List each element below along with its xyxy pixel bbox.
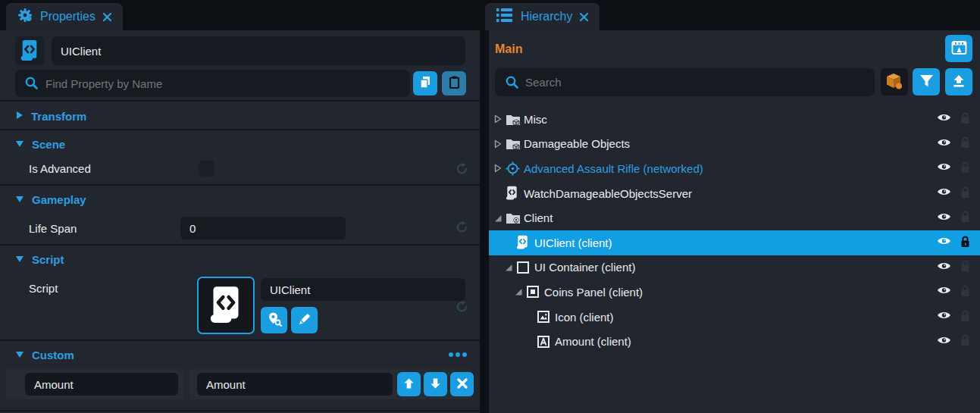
reset-icon[interactable] [455, 161, 469, 179]
ellipsis-menu-icon[interactable] [448, 347, 468, 361]
section-scene-header[interactable]: Scene [0, 132, 480, 156]
lock-icon[interactable] [960, 136, 971, 152]
expand-expanded-icon[interactable] [504, 263, 516, 272]
is-advanced-checkbox[interactable] [199, 161, 214, 177]
tree-item-label: Coins Panel (client) [544, 286, 643, 299]
section-script-header[interactable]: Script [0, 247, 480, 271]
life-span-input[interactable] [180, 217, 346, 239]
lock-icon[interactable] [960, 284, 971, 300]
x-icon [457, 378, 468, 391]
crosshair-icon [506, 161, 522, 176]
visibility-eye-icon[interactable] [937, 236, 951, 249]
tree-item-coins-panel[interactable]: Coins Panel (client) [489, 280, 980, 305]
scene-clapper-icon [951, 40, 967, 58]
tree-item-uiclient[interactable]: UIClient (client) [489, 230, 980, 255]
tree-item-label: WatchDamageableObjectsServer [524, 187, 692, 200]
funnel-icon [919, 74, 934, 90]
chevron-down-icon [15, 252, 24, 266]
lock-icon[interactable] [960, 210, 971, 226]
object-name-input[interactable] [52, 36, 465, 65]
copy-icon [418, 75, 432, 92]
tree-item-icon[interactable]: Icon (client) [489, 305, 980, 330]
folder-cube-icon [506, 113, 522, 126]
visibility-eye-icon[interactable] [937, 261, 951, 274]
ui-container-icon [516, 261, 533, 274]
visibility-eye-icon[interactable] [937, 335, 951, 349]
section-title: Custom [32, 349, 74, 361]
visibility-eye-icon[interactable] [937, 310, 951, 324]
copy-properties-button[interactable] [413, 71, 437, 95]
expand-collapsed-icon[interactable] [493, 114, 506, 124]
tab-properties[interactable]: Properties [6, 3, 123, 30]
chevron-down-icon [15, 348, 24, 361]
lock-icon[interactable] [960, 161, 971, 177]
find-property-input[interactable] [15, 70, 410, 97]
tab-hierarchy[interactable]: Hierarchy [485, 3, 600, 30]
filter-button[interactable] [913, 68, 940, 95]
section-transform-header[interactable]: Transform [0, 103, 480, 129]
hierarchy-search-input[interactable] [495, 68, 875, 96]
visibility-eye-icon[interactable] [937, 161, 951, 175]
move-down-button[interactable] [424, 372, 447, 396]
scene-name-label: Main [495, 42, 522, 56]
lock-icon[interactable] [960, 333, 971, 349]
expand-expanded-icon[interactable] [514, 287, 526, 296]
lock-icon[interactable] [960, 309, 971, 325]
visibility-eye-icon[interactable] [937, 137, 951, 151]
custom-property-value-cell [189, 369, 471, 399]
move-to-top-button[interactable] [945, 68, 972, 95]
section-title: Gameplay [32, 193, 86, 206]
visibility-eye-icon[interactable] [937, 211, 951, 225]
paste-properties-button[interactable] [442, 71, 466, 95]
expand-collapsed-icon[interactable] [493, 164, 506, 173]
search-icon [505, 75, 519, 92]
delete-custom-property-button[interactable] [450, 372, 474, 396]
custom-property-name-cell [6, 369, 184, 399]
section-custom-header[interactable]: Custom [0, 343, 480, 367]
chevron-down-icon [15, 137, 24, 151]
find-script-button[interactable] [261, 307, 287, 333]
ui-panel-icon [526, 285, 543, 299]
lock-icon[interactable] [960, 186, 971, 202]
tree-item-client[interactable]: Client [489, 205, 980, 230]
section-title: Transform [31, 110, 86, 123]
lock-icon[interactable] [960, 235, 971, 251]
reset-icon[interactable] [455, 299, 469, 317]
script-name-input[interactable] [261, 278, 465, 301]
visibility-eye-icon[interactable] [937, 285, 951, 299]
reset-icon[interactable] [455, 220, 469, 237]
hierarchy-panel: Main [489, 30, 980, 413]
tree-item-label: Advanced Assault Rifle (networked) [524, 162, 703, 175]
visibility-eye-icon[interactable] [937, 112, 951, 126]
eject-up-icon [952, 74, 966, 90]
gear-wrench-icon [17, 7, 33, 27]
close-icon[interactable] [102, 12, 112, 22]
chevron-down-icon [15, 192, 24, 206]
properties-panel: Transform Scene Is Advanced Gameplay Lif… [0, 30, 480, 413]
visibility-eye-icon[interactable] [937, 186, 951, 200]
move-up-button[interactable] [397, 372, 421, 396]
custom-property-value-input[interactable] [197, 373, 393, 396]
section-title: Scene [32, 138, 65, 151]
search-icon [24, 76, 39, 93]
tree-item-ui-container[interactable]: UI Container (client) [489, 255, 980, 280]
script-asset-thumbnail[interactable] [197, 277, 255, 334]
tree-item-watchdamageableobjectsserver[interactable]: WatchDamageableObjectsServer [489, 181, 980, 206]
section-gameplay-header[interactable]: Gameplay [0, 187, 480, 211]
expand-expanded-icon[interactable] [493, 214, 506, 223]
custom-property-name-input[interactable] [25, 373, 178, 396]
scenes-button[interactable] [945, 35, 972, 62]
tree-item-advanced-assault-rifle[interactable]: Advanced Assault Rifle (networked) [489, 156, 980, 181]
hierarchy-list-icon [496, 7, 514, 27]
lock-icon[interactable] [960, 111, 971, 127]
tree-item-amount[interactable]: Amount (client) [489, 329, 980, 354]
networked-objects-button[interactable] [881, 68, 908, 95]
close-icon[interactable] [579, 12, 589, 22]
expand-collapsed-icon[interactable] [493, 139, 506, 149]
tree-item-misc[interactable]: Misc [489, 107, 980, 132]
clipboard-icon [448, 75, 461, 92]
folder-pin-icon [506, 211, 522, 224]
tree-item-damageable-objects[interactable]: Damageable Objects [489, 132, 980, 157]
edit-script-button[interactable] [291, 307, 318, 333]
lock-icon[interactable] [960, 259, 971, 275]
